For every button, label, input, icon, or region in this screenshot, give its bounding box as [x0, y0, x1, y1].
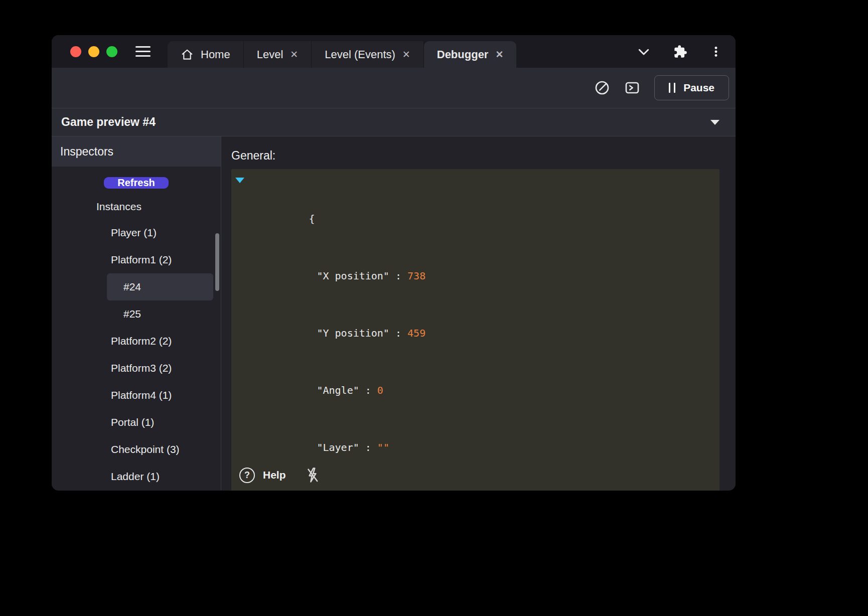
instance-item-25[interactable]: #25 [107, 300, 213, 328]
refresh-button[interactable]: Refresh [104, 177, 168, 189]
debugger-window: Home Level Level (Events) Debugger [52, 35, 736, 491]
pause-label: Pause [683, 82, 714, 94]
general-title: General: [231, 148, 719, 163]
instances-label: Instances [96, 201, 221, 213]
inspectors-header: Inspectors [52, 136, 221, 167]
caret-down-icon[interactable] [710, 120, 719, 125]
instance-item-checkpoint[interactable]: Checkpoint (3) [107, 436, 213, 463]
property-row[interactable]: "Angle" : 0 [231, 362, 719, 419]
menu-icon[interactable] [135, 46, 151, 57]
property-value[interactable]: 0 [377, 384, 383, 396]
object-open-line: { [231, 171, 719, 247]
game-preview-header[interactable]: Game preview #4 [52, 108, 736, 136]
tab-label: Home [201, 48, 230, 61]
instance-item-player[interactable]: Player (1) [107, 219, 213, 246]
extensions-puzzle-icon[interactable] [673, 45, 687, 59]
instances-list: Player (1) Platform1 (2) #24 #25 Platfor… [52, 219, 221, 490]
minimize-window-button[interactable] [88, 46, 99, 57]
debugger-toolbar: Pause [52, 68, 736, 108]
property-row[interactable]: "X position" : 738 [231, 247, 719, 304]
general-properties-tree: { "X position" : 738 "Y position" : 459 … [231, 169, 719, 491]
tab-bar: Home Level Level (Events) Debugger [168, 35, 516, 68]
property-key: "Y position" [317, 327, 389, 339]
inspector-panel: General: { "X position" : 738 "Y positio… [221, 136, 736, 490]
tab-label: Level [257, 48, 283, 61]
property-key: "Layer" [317, 441, 359, 453]
tab-level-events[interactable]: Level (Events) [312, 41, 424, 68]
close-window-button[interactable] [70, 46, 81, 57]
home-icon [181, 48, 194, 61]
tab-close-icon[interactable] [290, 50, 298, 59]
instance-item-platform4[interactable]: Platform4 (1) [107, 382, 213, 409]
help-icon[interactable] [239, 468, 255, 483]
window-controls [52, 35, 117, 68]
property-row[interactable]: "Y position" : 459 [231, 304, 719, 362]
property-key: "X position" [317, 270, 389, 282]
open-brace: { [309, 213, 315, 225]
tab-debugger[interactable]: Debugger [424, 41, 517, 68]
tab-home[interactable]: Home [168, 41, 244, 68]
console-icon[interactable] [624, 80, 640, 96]
help-label: Help [263, 469, 286, 481]
flash-off-icon[interactable] [304, 467, 321, 484]
instance-item-ladder[interactable]: Ladder (1) [107, 463, 213, 490]
inspectors-sidebar: Inspectors Refresh Instances Player (1) … [52, 136, 221, 490]
sidebar-scrollbar[interactable] [215, 233, 219, 291]
profiler-icon[interactable] [594, 80, 610, 96]
pause-button[interactable]: Pause [654, 75, 729, 100]
tab-close-icon[interactable] [495, 50, 503, 59]
instance-item-platform2[interactable]: Platform2 (2) [107, 328, 213, 355]
titlebar: Home Level Level (Events) Debugger [52, 35, 736, 68]
tab-level[interactable]: Level [244, 41, 312, 68]
tab-close-icon[interactable] [402, 50, 410, 59]
instance-item-24[interactable]: #24 [107, 273, 213, 300]
property-key: "Angle" [317, 384, 359, 396]
instance-item-platform1[interactable]: Platform1 (2) [107, 246, 213, 273]
pause-icon [669, 83, 675, 93]
game-preview-title: Game preview #4 [61, 115, 156, 129]
kebab-menu-icon[interactable] [709, 45, 722, 59]
chevron-down-icon[interactable] [636, 44, 651, 59]
tab-label: Debugger [437, 48, 489, 61]
maximize-window-button[interactable] [106, 46, 117, 57]
inspector-footer: Help [239, 467, 321, 484]
expand-collapse-icon[interactable] [235, 178, 244, 183]
property-value[interactable]: 738 [407, 270, 425, 282]
property-value[interactable]: "" [377, 441, 389, 453]
tab-label: Level (Events) [325, 48, 395, 61]
instance-item-portal[interactable]: Portal (1) [107, 409, 213, 436]
property-value[interactable]: 459 [407, 327, 425, 339]
instance-item-platform3[interactable]: Platform3 (2) [107, 355, 213, 382]
